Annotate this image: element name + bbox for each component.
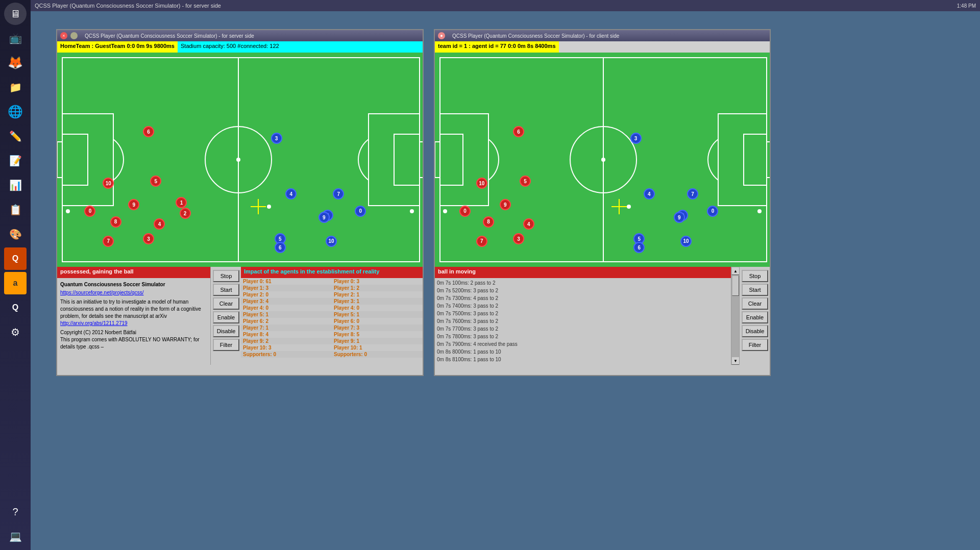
server-player-red-7: 7 (103, 236, 114, 247)
stats-row-col1: Player 0: 61 (241, 278, 332, 285)
stats-row-col2: Player 9: 1 (332, 338, 423, 344)
os-title-bar: QCSS Player (Quantum Consciousness Socce… (31, 0, 980, 11)
server-goalie-marker-far (410, 209, 414, 213)
main-area: × QCSS Player (Quantum Consciousness Soc… (31, 11, 980, 550)
client-scroll-up[interactable]: ▲ (731, 267, 740, 275)
server-stats-col2: Player 0: 3Player 1: 2Player 2: 1Player … (332, 278, 423, 365)
client-player-red-3: 3 (513, 233, 524, 244)
client-player-blue-7: 7 (687, 188, 698, 199)
server-player-blue-6: 6 (275, 242, 286, 253)
server-stats-content: Player 0: 61Player 1: 3Player 2: 0Player… (241, 278, 423, 365)
server-player-blue-0: 0 (355, 206, 366, 217)
svg-rect-17 (440, 134, 463, 185)
server-info-link2[interactable]: http://arxiv.org/abs/1211.2719 (60, 320, 128, 326)
server-info-panel: possessed, gaining the ball Quantum Cons… (57, 267, 210, 365)
client-status-right (559, 41, 770, 53)
client-filter-button[interactable]: Filter (742, 339, 768, 351)
taskbar-icon-firefox[interactable]: 🦊 (4, 52, 27, 74)
taskbar-icon-monitor[interactable]: 📺 (4, 27, 27, 49)
taskbar-icon-notes[interactable]: 📝 (4, 149, 27, 172)
server-player-blue-10: 10 (326, 236, 337, 247)
server-player-blue-9: 9 (318, 212, 330, 223)
client-player-red-0: 0 (459, 206, 471, 217)
taskbar-icon-q[interactable]: Q (4, 247, 27, 270)
client-player-red-8: 8 (483, 216, 494, 228)
server-copyright: Copyright (C) 2012 Norbert Bátfai (60, 329, 207, 336)
taskbar-icon-q2[interactable]: Q (4, 296, 27, 319)
client-window-close[interactable]: ● (438, 32, 445, 39)
svg-rect-8 (57, 142, 62, 178)
stats-row-col2: Player 6: 0 (332, 318, 423, 324)
client-goalie-marker-left (443, 209, 447, 213)
client-window-titlebar: ● QCSS Player (Quantum Consciousness Soc… (435, 30, 770, 41)
client-enable-button[interactable]: Enable (742, 311, 768, 323)
taskbar-icon-help[interactable]: ? (4, 501, 27, 523)
log-entry: 0m 7s 7500ms: 3 pass to 2 (437, 310, 729, 317)
stats-row-col1: Player 5: 1 (241, 311, 332, 318)
client-player-blue-10: 10 (680, 236, 692, 247)
log-entry: 0m 7s 7900ms: 4 received the pass (437, 340, 729, 348)
taskbar-icon-amazon[interactable]: a (4, 272, 27, 294)
client-player-blue-3: 3 (630, 133, 642, 144)
taskbar-icon-computer[interactable]: 💻 (4, 525, 27, 547)
client-player-red-6: 6 (513, 126, 524, 137)
field-lines-svg (57, 53, 423, 267)
server-window-min[interactable] (70, 32, 78, 39)
svg-rect-5 (62, 134, 88, 185)
stats-row-col1: Supporters: 0 (241, 351, 332, 358)
stats-row-col1: Player 9: 2 (241, 338, 332, 344)
client-scrollbar[interactable]: ▲ ▼ (731, 267, 739, 365)
stats-row-col2: Player 8: 5 (332, 331, 423, 338)
server-info-link1[interactable]: https://sourceforge.net/projects/qcss/ (60, 290, 143, 295)
server-warranty: This program comes with ABSOLUTELY NO WA… (60, 336, 207, 351)
taskbar-icon-pencil[interactable]: ✏️ (4, 125, 27, 147)
taskbar-icon-chrome[interactable]: 🌐 (4, 101, 27, 123)
client-field-status: ball in moving (435, 267, 731, 278)
server-controls: Stop Start Clear Enable Disable Filter (210, 267, 241, 365)
client-field: 6 10 9 8 5 4 7 3 0 3 4 8 5 6 7 9 10 0 (435, 53, 770, 267)
server-player-red-10: 10 (103, 178, 114, 189)
client-scroll-track[interactable] (731, 275, 739, 357)
taskbar-icon-system[interactable]: 🖥 (4, 3, 27, 25)
client-start-button[interactable]: Start (742, 284, 768, 296)
taskbar-icon-spreadsheet[interactable]: 📊 (4, 174, 27, 196)
svg-rect-18 (718, 114, 767, 206)
server-clear-button[interactable]: Clear (213, 297, 239, 310)
client-window-title: QCSS Player (Quantum Consciousness Socce… (452, 33, 619, 39)
client-player-blue-9: 9 (674, 212, 685, 223)
server-window-close[interactable]: × (60, 32, 67, 39)
stats-row-col1: Player 6: 2 (241, 318, 332, 324)
stats-row-col2: Player 2: 1 (332, 291, 423, 298)
stats-row-col2: Player 0: 3 (332, 278, 423, 285)
client-clear-button[interactable]: Clear (742, 297, 768, 310)
server-goalie-marker-right (267, 205, 271, 209)
svg-rect-9 (420, 142, 423, 178)
log-entry: 0m 7s 7400ms: 3 pass to 2 (437, 302, 729, 310)
taskbar-icon-paint[interactable]: 🎨 (4, 223, 27, 245)
client-controls: Stop Start Clear Enable Disable Filter (739, 267, 770, 365)
log-entry: 0m 7s 5200ms: 3 pass to 2 (437, 287, 729, 294)
log-entry: 0m 8s 8000ms: 1 pass to 10 (437, 348, 729, 356)
taskbar-icon-files[interactable]: 📁 (4, 76, 27, 98)
log-entry: 0m 7s 7700ms: 3 pass to 2 (437, 325, 729, 333)
client-scroll-thumb[interactable] (732, 276, 739, 296)
svg-rect-21 (767, 142, 770, 178)
stats-row-col1: Player 10: 3 (241, 344, 332, 351)
svg-rect-20 (435, 142, 440, 178)
client-disable-button[interactable]: Disable (742, 325, 768, 337)
svg-rect-16 (440, 114, 488, 206)
client-scroll-down[interactable]: ▼ (731, 357, 740, 365)
taskbar-icon-report[interactable]: 📋 (4, 198, 27, 221)
client-status-left: team id = 1 : agent id = 77 0:0 0m 8s 84… (435, 41, 559, 53)
server-filter-button[interactable]: Filter (213, 339, 239, 351)
server-stop-button[interactable]: Stop (213, 270, 239, 282)
server-disable-button[interactable]: Disable (213, 325, 239, 337)
server-player-red-2: 2 (180, 208, 191, 219)
server-bottom-panel: possessed, gaining the ball Quantum Cons… (57, 267, 423, 365)
server-enable-button[interactable]: Enable (213, 311, 239, 323)
server-start-button[interactable]: Start (213, 284, 239, 296)
log-entry: 0m 7s 100ms: 2 pass to 2 (437, 279, 729, 287)
client-stop-button[interactable]: Stop (742, 270, 768, 282)
taskbar-icon-settings[interactable]: ⚙ (4, 321, 27, 343)
client-bottom-panel: ball in moving 0m 7s 100ms: 2 pass to 20… (435, 267, 770, 365)
